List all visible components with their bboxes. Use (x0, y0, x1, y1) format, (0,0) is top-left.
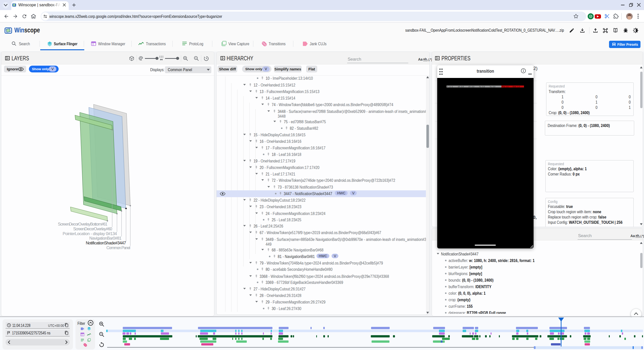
svg-text:ScreenDecorOverlay#60: ScreenDecorOverlay#60 (73, 227, 112, 231)
svg-text:NavigationBar0#81: NavigationBar0#81 (89, 236, 122, 240)
svg-text:PointerLocation - display 0#13: PointerLocation - display 0#134 (63, 231, 117, 236)
svg-text:Common Panel: Common Panel (106, 245, 130, 250)
svg-text:ScreenDecorOverlayBottom#61: ScreenDecorOverlayBottom#61 (58, 222, 107, 226)
svg-text:NotificationShade#3447: NotificationShade#3447 (86, 241, 126, 245)
